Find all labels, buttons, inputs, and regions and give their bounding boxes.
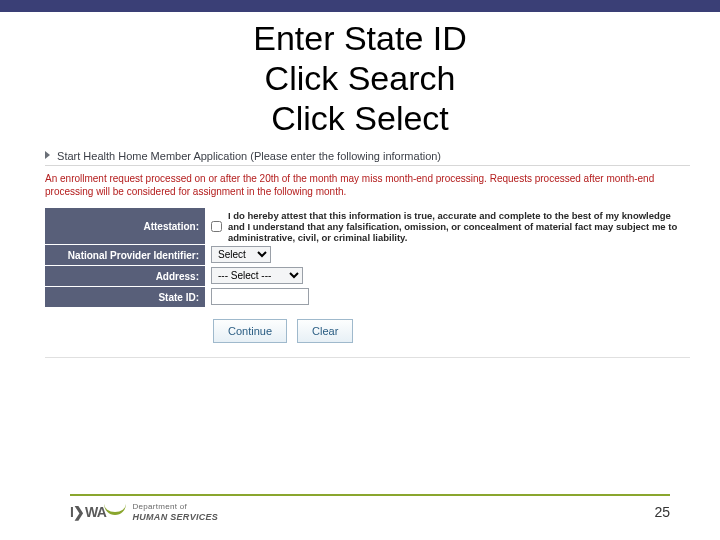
state-id-label: State ID: [45, 286, 205, 307]
address-row: Address: --- Select --- [45, 265, 690, 286]
title-line-2: Click Search [0, 58, 720, 98]
address-select[interactable]: --- Select --- [211, 267, 303, 284]
attestation-text: I do hereby attest that this information… [228, 210, 688, 243]
dept-line-1: Department of [132, 502, 218, 512]
form-section-header-text: Start Health Home Member Application (Pl… [57, 150, 441, 162]
form-bottom-divider [45, 357, 690, 358]
page-number: 25 [654, 504, 670, 520]
form-button-row: Continue Clear [213, 319, 690, 343]
footer-divider [70, 494, 670, 496]
processing-warning-text: An enrollment request processed on or af… [45, 172, 690, 198]
npi-label: National Provider Identifier: [45, 244, 205, 265]
state-id-row: State ID: [45, 286, 690, 307]
application-form-screenshot: Start Health Home Member Application (Pl… [45, 148, 690, 343]
npi-select[interactable]: Select [211, 246, 271, 263]
slide-top-bar [0, 0, 720, 12]
npi-row: National Provider Identifier: Select [45, 244, 690, 265]
address-label: Address: [45, 265, 205, 286]
attestation-label: Attestation: [45, 208, 205, 244]
iowa-wordmark: I❯WA [70, 504, 126, 520]
attestation-checkbox[interactable] [211, 221, 222, 232]
title-line-3: Click Select [0, 98, 720, 138]
attestation-row: Attestation: I do hereby attest that thi… [45, 208, 690, 244]
dept-line-2: HUMAN SERVICES [132, 512, 218, 522]
iowa-wordmark-text: I❯WA [70, 504, 106, 520]
slide-title: Enter State ID Click Search Click Select [0, 18, 720, 138]
clear-button[interactable]: Clear [297, 319, 353, 343]
state-id-input[interactable] [211, 288, 309, 305]
slide-footer: I❯WA Department of HUMAN SERVICES 25 [0, 494, 720, 522]
continue-button[interactable]: Continue [213, 319, 287, 343]
form-section-header[interactable]: Start Health Home Member Application (Pl… [45, 148, 690, 166]
dhs-logo: I❯WA Department of HUMAN SERVICES [70, 502, 218, 522]
title-line-1: Enter State ID [0, 18, 720, 58]
swoosh-icon [104, 502, 126, 515]
